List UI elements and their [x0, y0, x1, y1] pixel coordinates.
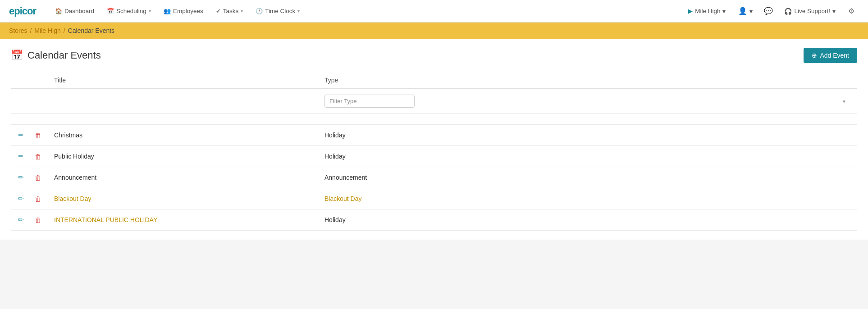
time-clock-caret: ▾ [297, 9, 300, 14]
nav-user[interactable]: 👤 ▾ [734, 4, 757, 18]
nav-scheduling-label: Scheduling [116, 8, 146, 14]
live-support-caret: ▾ [832, 8, 836, 15]
nav-mile-high[interactable]: ▶ Mile High ▾ [684, 5, 730, 18]
nav-right: ▶ Mile High ▾ 👤 ▾ 💬 🎧 Live Support! ▾ ⚙ [684, 4, 859, 19]
filter-type-select[interactable]: Filter Type Holiday Announcement Blackou… [324, 95, 415, 108]
row-title: Blackout Day [49, 188, 319, 209]
nav-live-support[interactable]: 🎧 Live Support! ▾ [780, 5, 840, 18]
row-title: Announcement [49, 167, 319, 188]
tasks-caret: ▾ [241, 9, 243, 14]
live-support-icon: 🎧 [784, 8, 792, 15]
row-type: Holiday [319, 146, 857, 167]
add-event-button[interactable]: ⊕ Add Event [804, 48, 857, 63]
scheduling-icon: 📅 [107, 8, 114, 14]
col-header-title: Title [49, 72, 319, 89]
filter-type-cell: Filter Type Holiday Announcement Blackou… [319, 89, 857, 114]
row-type: Holiday [319, 125, 857, 146]
add-icon: ⊕ [812, 52, 817, 59]
table-header-row: Title Type [11, 72, 857, 89]
page-title: Calendar Events [27, 50, 101, 61]
row-title: INTERNATIONAL PUBLIC HOLIDAY [49, 209, 319, 231]
nav-scheduling[interactable]: 📅 Scheduling ▾ [101, 5, 156, 17]
filter-title-cell [49, 89, 319, 114]
nav-tasks-label: Tasks [223, 8, 239, 14]
table-row: ✏ 🗑 Blackout Day Blackout Day [11, 188, 857, 209]
tasks-icon: ✔ [216, 8, 221, 14]
row-actions: ✏ 🗑 [11, 188, 49, 209]
employees-icon: 👥 [164, 8, 171, 14]
delete-icon[interactable]: 🗑 [33, 173, 43, 182]
row-actions: ✏ 🗑 [11, 209, 49, 230]
row-actions: ✏ 🗑 [11, 125, 49, 145]
calendar-icon: 📅 [11, 50, 23, 61]
user-caret: ▾ [749, 8, 753, 15]
delete-icon[interactable]: 🗑 [33, 215, 43, 225]
time-clock-icon: 🕐 [256, 8, 263, 14]
edit-icon[interactable]: ✏ [16, 215, 26, 225]
table-row: ✏ 🗑 INTERNATIONAL PUBLIC HOLIDAY Holiday [11, 209, 857, 231]
table-row: ✏ 🗑 Announcement Announcement [11, 167, 857, 188]
nav-employees[interactable]: 👥 Employees [158, 5, 209, 17]
dashboard-icon: 🏠 [55, 8, 62, 14]
nav-time-clock[interactable]: 🕐 Time Clock ▾ [250, 5, 305, 17]
delete-icon[interactable]: 🗑 [33, 194, 43, 204]
navbar: epicor 🏠 Dashboard 📅 Scheduling ▾ 👥 Empl… [0, 0, 868, 23]
nav-time-clock-label: Time Clock [265, 8, 295, 14]
page-title-area: 📅 Calendar Events [11, 50, 101, 61]
row-title: Christmas [49, 125, 319, 146]
filter-actions-cell [11, 89, 49, 114]
row-actions: ✏ 🗑 [11, 146, 49, 167]
messages-icon: 💬 [764, 7, 773, 15]
breadcrumb-current: Calendar Events [68, 27, 115, 34]
nav-employees-label: Employees [173, 8, 203, 14]
nav-live-support-label: Live Support! [794, 8, 830, 14]
row-type: Blackout Day [319, 188, 857, 209]
table-row: ✏ 🗑 Christmas Holiday [11, 125, 857, 146]
breadcrumb-stores[interactable]: Stores [9, 27, 27, 34]
nav-tasks[interactable]: ✔ Tasks ▾ [210, 5, 249, 17]
col-header-type: Type [319, 72, 857, 89]
table-row: ✏ 🗑 Public Holiday Holiday [11, 146, 857, 167]
user-icon: 👤 [738, 7, 747, 15]
mile-high-caret: ▾ [722, 8, 726, 15]
events-table: Title Type Filter Type Holiday Announcem… [11, 72, 857, 231]
col-header-actions [11, 72, 49, 89]
settings-icon: ⚙ [848, 7, 854, 15]
add-event-label: Add Event [820, 52, 849, 59]
nav-dashboard[interactable]: 🏠 Dashboard [50, 5, 100, 17]
nav-mile-high-label: Mile High [695, 8, 720, 14]
scheduling-caret: ▾ [149, 9, 151, 14]
page-header: 📅 Calendar Events ⊕ Add Event [11, 48, 857, 63]
breadcrumb-mile-high[interactable]: Mile High [34, 27, 60, 34]
location-icon: ▶ [688, 8, 693, 14]
breadcrumb-sep-1: / [30, 27, 32, 34]
edit-icon[interactable]: ✏ [16, 194, 26, 204]
delete-icon[interactable]: 🗑 [33, 131, 43, 140]
nav-settings[interactable]: ⚙ [844, 4, 859, 19]
nav-items: 🏠 Dashboard 📅 Scheduling ▾ 👥 Employees ✔… [50, 5, 684, 17]
nav-dashboard-label: Dashboard [64, 8, 94, 14]
breadcrumb: Stores / Mile High / Calendar Events [0, 23, 868, 39]
breadcrumb-sep-2: / [64, 27, 65, 34]
row-actions: ✏ 🗑 [11, 167, 49, 188]
brand-logo[interactable]: epicor [9, 5, 36, 17]
delete-icon[interactable]: 🗑 [33, 152, 43, 161]
row-type: Announcement [319, 167, 857, 188]
row-title: Public Holiday [49, 146, 319, 167]
edit-icon[interactable]: ✏ [16, 130, 26, 140]
spacer-row [11, 114, 857, 125]
row-type: Holiday [319, 209, 857, 231]
edit-icon[interactable]: ✏ [16, 151, 26, 161]
main-content: 📅 Calendar Events ⊕ Add Event Title Type [0, 39, 868, 240]
nav-messages[interactable]: 💬 [761, 4, 776, 19]
filter-row: Filter Type Holiday Announcement Blackou… [11, 89, 857, 114]
edit-icon[interactable]: ✏ [16, 173, 26, 182]
